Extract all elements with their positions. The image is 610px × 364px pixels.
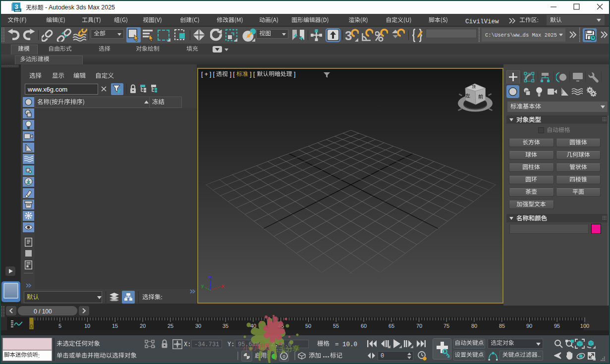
svg-text:35: 35: [222, 323, 228, 329]
svg-text:30: 30: [195, 323, 201, 329]
svg-text:Z: Z: [209, 275, 212, 280]
svg-text:5: 5: [58, 323, 61, 329]
svg-text:15: 15: [112, 323, 118, 329]
svg-text:90: 90: [526, 323, 532, 329]
svg-text:25: 25: [167, 323, 173, 329]
svg-text:65: 65: [388, 323, 394, 329]
svg-text:60: 60: [361, 323, 367, 329]
svg-text:y: y: [201, 283, 204, 288]
svg-text:MAX: MAX: [15, 9, 20, 12]
svg-text:10: 10: [84, 323, 90, 329]
svg-text:80: 80: [471, 323, 477, 329]
svg-text:70: 70: [416, 323, 422, 329]
svg-text:20: 20: [140, 323, 146, 329]
svg-text:X: X: [222, 283, 225, 289]
svg-text:75: 75: [444, 323, 449, 329]
svg-text:95: 95: [554, 323, 560, 329]
svg-text:85: 85: [499, 323, 505, 329]
svg-text:100: 100: [580, 323, 589, 329]
svg-text:3: 3: [345, 29, 352, 42]
